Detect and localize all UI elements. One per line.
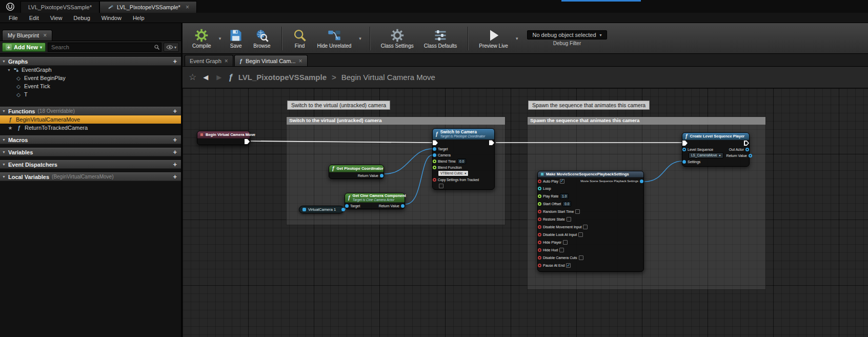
section-graphs[interactable]: ▼ Graphs + [0,57,181,66]
auto-play-pin[interactable] [538,180,541,183]
section-local-variables[interactable]: ▼ Local Variables (BeginVirtualCameraMov… [0,172,181,181]
hide-unrelated-options-dropdown[interactable]: ▾ [358,36,362,41]
add-local-variable-button[interactable]: + [171,173,179,181]
preview-live-button[interactable]: Preview Live [475,27,512,50]
exec-out-pin[interactable] [489,140,494,145]
play-rate-pin[interactable] [538,194,541,198]
settings-out-pin[interactable] [640,180,643,183]
node-switch-to-camera[interactable]: ƒ Switch to Camera Target is Pixotope Co… [432,128,495,190]
start-offset-pin[interactable] [538,202,541,206]
blend-time-pin[interactable] [433,160,436,163]
pause-at-end-pin[interactable] [538,264,541,267]
node-create-level-sequence-player[interactable]: ƒ Create Level Sequence Player Level Seq… [682,132,750,167]
level-sequence-asset-picker[interactable]: LS_CameraMove ▾ [689,152,723,158]
node-get-pixotope-coordinator[interactable]: ƒ Get Pixotope Coordinator Return Value [329,165,384,179]
exec-out-pin[interactable] [744,141,749,146]
breadcrumb-root[interactable]: LVL_PixotopeVSSample [238,73,327,82]
close-icon[interactable]: × [299,57,302,65]
loop-pin[interactable] [538,187,541,190]
tree-item-event-beginplay[interactable]: ◇ Event BeginPlay [0,74,181,82]
tab-begin-virtual-camera[interactable]: ƒ Begin Virtual Cam... × [234,55,308,66]
variable-out-pin[interactable] [341,208,345,211]
class-settings-button[interactable]: Class Settings [377,27,417,50]
camera-pin[interactable] [433,153,436,157]
node-get-cine-camera-component[interactable]: ƒ Get Cine Camera Component Target is Ci… [345,193,405,209]
section-variables[interactable]: ▼ Variables + [0,148,181,156]
exec-in-pin[interactable] [433,140,438,145]
disable-movement-input-checkbox[interactable]: ✓ [583,225,588,229]
menu-view[interactable]: View [45,14,68,22]
menu-file[interactable]: File [3,14,24,22]
close-icon[interactable]: × [186,4,189,11]
blend-function-pin[interactable] [433,166,436,169]
add-macro-button[interactable]: + [171,136,179,144]
start-offset-value[interactable]: 0.0 [562,201,571,207]
data-wire-settings-to-player[interactable] [644,161,682,182]
tab-my-blueprint[interactable]: My Blueprint × [2,30,52,41]
window-tab-blueprint[interactable]: LVL_PixotopeVSSample* × [99,1,197,13]
disable-camera-cuts-pin[interactable] [538,256,541,260]
restore-state-pin[interactable] [538,217,541,221]
nav-back-button[interactable]: ◀ [201,73,210,81]
browse-button[interactable]: Browse [250,27,274,50]
pause-at-end-checkbox[interactable]: ✓ [566,263,571,268]
section-event-dispatchers[interactable]: ▼ Event Dispatchers + [0,160,181,169]
blend-time-value[interactable]: 0.0 [457,158,466,164]
hide-unrelated-button[interactable]: Hide Unrelated [314,27,355,50]
exec-out-pin[interactable] [245,139,250,144]
save-button[interactable]: Save [225,27,247,50]
tree-item-event-tick[interactable]: ◇ Event Tick [0,82,181,90]
preview-live-options-dropdown[interactable]: ▾ [515,36,519,41]
hide-hud-checkbox[interactable]: ✓ [559,248,564,252]
collapse-icon[interactable]: ▼ [2,175,6,179]
menu-help[interactable]: Help [127,14,150,22]
auto-play-checkbox[interactable]: ✓ [560,179,564,184]
menu-edit[interactable]: Edit [24,14,45,22]
debug-object-dropdown[interactable]: No debug object selected ▾ [527,30,607,39]
node-make-playback-settings[interactable]: Make MovieSceneSequencePlaybackSettings … [537,171,644,272]
copy-settings-pin[interactable] [433,178,436,182]
exec-wire-begin-to-switch[interactable] [251,141,432,143]
nav-forward-button[interactable]: ▶ [215,73,223,81]
tree-item-beginvirtualcameramove[interactable]: ƒ BeginVirtualCameraMove [0,115,181,124]
add-function-button[interactable]: + [171,107,179,115]
collapse-icon[interactable]: ▼ [2,109,6,113]
section-functions[interactable]: ▼ Functions (18 Overridable) + [0,107,181,115]
section-macros[interactable]: ▼ Macros + [0,135,181,144]
node-begin-virtual-camera-move[interactable]: Begin Virtual Camera Move [197,131,250,145]
visibility-filter-button[interactable]: ▾ [164,43,179,52]
collapse-icon[interactable]: ▼ [2,150,6,154]
disable-camera-cuts-checkbox[interactable]: ✓ [579,255,583,260]
menu-window[interactable]: Window [96,14,127,22]
window-tab-level[interactable]: LVL_PixotopeVSSample* [21,1,99,13]
tab-event-graph[interactable]: Event Graph × [185,55,233,66]
play-rate-value[interactable]: 1.0 [560,193,569,199]
disable-look-at-input-checkbox[interactable]: ✓ [578,232,583,237]
collapse-icon[interactable]: ▼ [7,68,11,72]
menu-debug[interactable]: Debug [68,14,95,22]
return-value-pin[interactable] [380,174,383,177]
out-actor-pin[interactable] [745,148,749,151]
random-start-time-pin[interactable] [538,210,541,213]
disable-look-at-input-pin[interactable] [538,233,541,236]
exec-in-pin[interactable] [682,141,688,146]
return-value-pin[interactable] [749,154,752,157]
close-icon[interactable]: × [225,57,228,65]
disable-movement-input-pin[interactable] [538,225,541,229]
compile-button[interactable]: Compile [189,27,215,50]
favorite-star-icon[interactable]: ☆ [189,72,196,83]
settings-pin[interactable] [682,160,686,164]
restore-state-checkbox[interactable]: ✓ [567,217,571,222]
level-sequence-pin[interactable] [682,148,686,151]
add-variable-button[interactable]: + [171,148,179,156]
blend-function-select[interactable]: VTBlend Cubic ▾ [438,170,469,176]
hide-player-checkbox[interactable]: ✓ [563,240,568,245]
compile-options-dropdown[interactable]: ▾ [218,36,223,41]
tree-item-eventgraph[interactable]: ▼ EventGraph [0,66,181,74]
return-value-pin[interactable] [401,204,405,208]
graph-canvas[interactable]: Switch to the virtual (untracked) camera… [183,88,868,337]
close-icon[interactable]: × [43,32,47,39]
find-button[interactable]: Find [289,27,311,50]
tree-item-returntotrackedcamera[interactable]: ★ ƒ ReturnToTrackedCamera [0,124,181,132]
add-graph-button[interactable]: + [171,57,179,65]
